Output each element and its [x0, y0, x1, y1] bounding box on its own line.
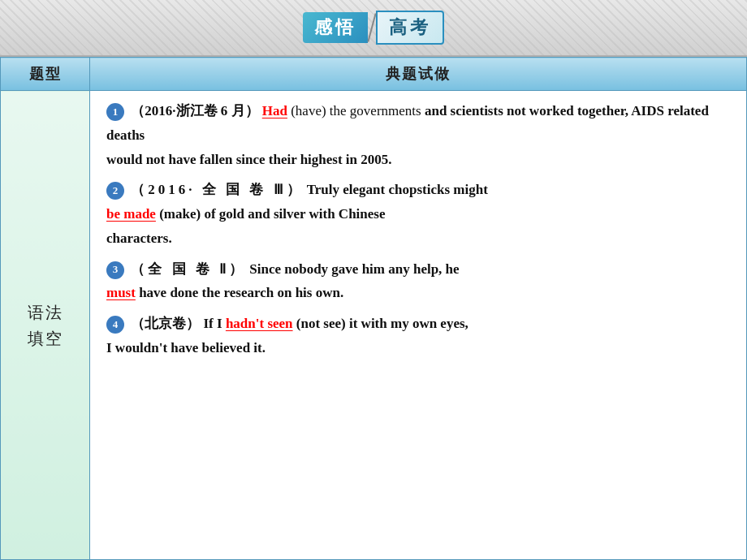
q1-hint: (have) the governments [291, 103, 421, 118]
q3-line2: have done the research on his own. [139, 285, 343, 300]
title-left: 感悟 [303, 12, 368, 43]
q4-hint: (not see) it with my own eyes, [296, 316, 468, 331]
q2-number: 2 [106, 182, 124, 200]
q4-source: （北京卷） [131, 316, 200, 331]
q2-line3: characters. [106, 230, 172, 246]
q2-source: （2016· 全 国 卷 Ⅲ） [131, 182, 303, 197]
col2-header: 典题试做 [90, 58, 747, 91]
question-2: 2 （2016· 全 国 卷 Ⅲ） Truly elegant chopstic… [106, 178, 730, 250]
questions-area: 1 （2016·浙江卷 6 月） Had (have) the governme… [90, 91, 747, 560]
main-table: 题型 典题试做 语法 填空 1 （2016·浙江卷 6 月） Had (have… [0, 57, 747, 560]
q3-number: 3 [106, 261, 124, 279]
question-4: 4 （北京卷） If I hadn't seen (not see) it wi… [106, 312, 730, 360]
q1-answer: Had [262, 103, 287, 118]
q2-answer: be made [106, 206, 156, 222]
title-right: 高考 [376, 11, 444, 45]
q4-number: 4 [106, 316, 124, 334]
q3-answer: must [106, 285, 136, 300]
q2-intro: Truly elegant chopsticks might [307, 182, 488, 197]
title-divider [367, 13, 376, 41]
q1-source: （2016·浙江卷 6 月） [131, 103, 258, 118]
q4-answer: hadn't seen [226, 316, 293, 331]
col1-header: 题型 [1, 58, 90, 91]
q3-intro: Since nobody gave him any help, he [249, 261, 459, 277]
question-1: 1 （2016·浙江卷 6 月） Had (have) the governme… [106, 99, 730, 171]
q1-number: 1 [106, 103, 124, 121]
q4-line2: I wouldn't have believed it. [106, 340, 266, 355]
page-header: 感悟 高考 [0, 0, 747, 57]
question-3: 3 （全 国 卷 Ⅱ） Since nobody gave him any he… [106, 257, 730, 306]
category-line2: 填空 [28, 330, 63, 347]
category-line1: 语法 [28, 304, 63, 321]
q3-source: （全 国 卷 Ⅱ） [131, 261, 246, 277]
category-label: 语法 填空 [1, 91, 90, 560]
q4-intro: If I [204, 316, 222, 331]
header-title: 感悟 高考 [303, 11, 444, 45]
q1-line3: would not have fallen since their highes… [106, 152, 392, 167]
q2-hint: (make) of gold and silver with Chinese [159, 206, 385, 222]
